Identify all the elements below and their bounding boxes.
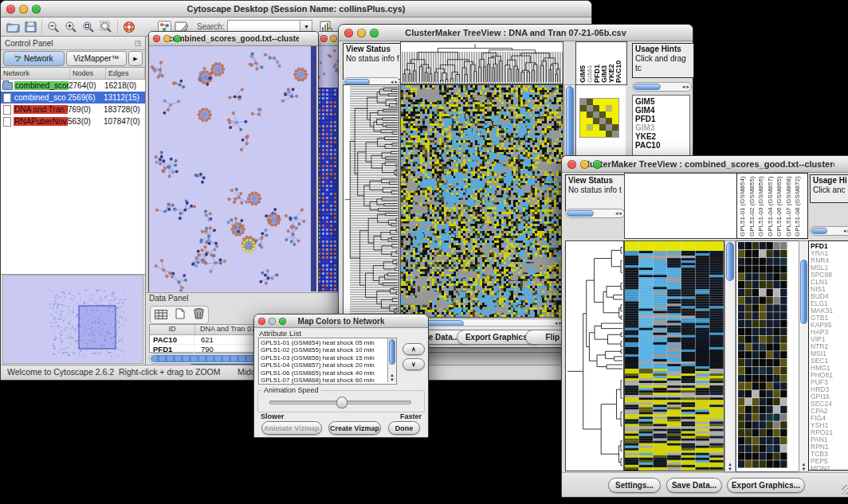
gene-label[interactable]: PHO81	[811, 372, 848, 379]
gene-label[interactable]: RPO21	[811, 429, 848, 436]
gene-label[interactable]: GIM3	[635, 123, 689, 132]
main-titlebar[interactable]: Cytoscape Desktop (Session Name: collins…	[1, 1, 591, 18]
gene-label[interactable]: HMG1	[811, 365, 848, 372]
attribute-listbox[interactable]: GPL51-01 (GSM854) heat shock 05 minGPL51…	[258, 338, 397, 385]
close-button[interactable]	[153, 35, 160, 42]
gene-label[interactable]: RPN1	[811, 443, 848, 451]
tv2-zoom-heatmap-canvas[interactable]	[738, 242, 787, 468]
attribute-list-item[interactable]: GPL51-07 (GSM868) heat shock 60 min	[261, 377, 396, 384]
network-table-row[interactable]: DNA and Tran 07769(0)183728(0)	[1, 104, 145, 115]
attribute-table-icon[interactable]	[155, 308, 167, 322]
gene-label[interactable]: PFD1	[635, 115, 689, 123]
network-canvas[interactable]	[149, 46, 316, 291]
gene-label[interactable]: KAP95	[811, 322, 848, 329]
gene-label[interactable]: MON2	[811, 465, 848, 471]
tv2-row-dendrogram-canvas[interactable]	[565, 240, 624, 471]
gene-label[interactable]: CPA2	[811, 408, 848, 415]
gene-label[interactable]: MSI1	[811, 350, 848, 357]
tv1-titlebar[interactable]: ClusterMaker TreeView : DNA and Tran 07-…	[339, 25, 693, 41]
gene-label[interactable]: MAK31	[811, 307, 848, 315]
zoom-in-icon[interactable]	[62, 19, 80, 35]
export-graphics-button[interactable]: Export Graphics...	[727, 478, 805, 493]
gene-label[interactable]: PUF3	[811, 379, 848, 386]
gene-label[interactable]: YSH1	[811, 422, 848, 429]
open-file-icon[interactable]	[4, 19, 22, 35]
minimize-button[interactable]	[357, 29, 366, 37]
tv2-usage-hints-scrollbar[interactable]: ◂ ▸	[810, 226, 848, 236]
float-panel-icon[interactable]: ◳	[134, 39, 141, 47]
gene-label[interactable]: GIM5	[635, 97, 689, 106]
gene-label[interactable]: SPC98	[811, 272, 848, 279]
save-data-button[interactable]: Save Data...	[666, 478, 722, 493]
gene-label[interactable]: GIM4	[635, 106, 689, 115]
gene-label[interactable]: TCB3	[811, 451, 848, 458]
tab-overflow-arrow[interactable]: ▶	[128, 51, 143, 66]
gene-label[interactable]: ELG1	[811, 300, 848, 307]
tv2-gene-list[interactable]: PFD1YRA1RNR4MSL1SPC98CLN1NIS1BUD4ELG1MAK…	[808, 240, 848, 471]
network-overview-canvas[interactable]	[3, 275, 143, 361]
tv1-row-dendrogram-canvas[interactable]	[343, 84, 399, 318]
help-lifering-icon[interactable]	[120, 19, 138, 35]
tv1-column-dendrogram-canvas[interactable]	[400, 41, 563, 84]
minimize-button[interactable]	[163, 35, 171, 42]
new-attribute-icon[interactable]	[175, 308, 185, 322]
move-up-button[interactable]: ∧	[402, 343, 425, 355]
attribute-list-item[interactable]: GPL51-03 (GSM856) heat shock 15 min	[261, 354, 396, 361]
gene-label[interactable]: GTB1	[811, 315, 848, 322]
delete-attribute-icon[interactable]	[194, 308, 204, 322]
settings-button[interactable]: Settings...	[608, 478, 661, 493]
attribute-list-item[interactable]: GPL51-02 (GSM855) heat shock 10 min	[261, 346, 396, 354]
gene-label[interactable]: PFD1	[811, 243, 848, 250]
attribute-list-item[interactable]: GPL51-01 (GSM854) heat shock 05 min	[261, 339, 396, 346]
gene-label[interactable]: BUD4	[811, 293, 848, 300]
gene-label[interactable]: NIS1	[811, 286, 848, 293]
done-button[interactable]: Done	[388, 421, 420, 435]
close-button[interactable]	[344, 29, 353, 37]
close-button[interactable]	[6, 5, 15, 14]
tab-network[interactable]: Network	[3, 51, 65, 66]
gene-label[interactable]: YRA1	[811, 250, 848, 257]
minimize-button[interactable]	[19, 5, 28, 14]
zoom-button[interactable]	[370, 29, 379, 37]
gene-label[interactable]: SEC24	[811, 400, 848, 408]
zoom-button[interactable]	[174, 35, 181, 42]
tab-vizmapper[interactable]: VizMapper™	[66, 51, 128, 66]
tv2-titlebar[interactable]: ClusterMaker TreeView : combined_scores_…	[562, 156, 848, 173]
gene-label[interactable]: CLN1	[811, 279, 848, 286]
network-table-row[interactable]: combined_sco2569(6)13112(15)	[1, 92, 145, 104]
gene-label[interactable]: VIP1	[811, 336, 848, 343]
gene-label[interactable]: SEC1	[811, 357, 848, 365]
zoom-button[interactable]	[593, 160, 602, 169]
resize-grip[interactable]	[842, 485, 848, 494]
minimize-button[interactable]	[330, 35, 337, 42]
gene-label[interactable]: PEP5	[811, 458, 848, 465]
gene-label[interactable]: PAC10	[635, 141, 689, 150]
tv2-view-status-scrollbar[interactable]: ◂ ▸	[565, 209, 625, 218]
gene-label[interactable]: RNR4	[811, 257, 848, 264]
gene-label[interactable]: PAN1	[811, 436, 848, 443]
gene-label[interactable]: HRD3	[811, 386, 848, 393]
minimize-button[interactable]	[580, 160, 589, 169]
zoom-button[interactable]	[279, 318, 286, 325]
zoom-button[interactable]	[32, 5, 41, 14]
network-table-row[interactable]: RNAPuberNov2+|563(0)107847(0)	[1, 115, 145, 127]
gene-label[interactable]: YKE2	[635, 132, 689, 141]
slider-thumb[interactable]	[336, 397, 347, 408]
save-icon[interactable]	[22, 19, 39, 35]
gene-label[interactable]: HAP3	[811, 329, 848, 336]
close-button[interactable]	[258, 318, 265, 325]
tv2-heatmap-vscrollbar[interactable]: ▲▼	[724, 240, 736, 472]
zoom-fit-icon[interactable]	[97, 19, 115, 35]
zoom-out-icon[interactable]	[45, 19, 62, 35]
zoom-selected-icon[interactable]	[80, 19, 97, 35]
close-button[interactable]	[320, 35, 328, 42]
attribute-list-item[interactable]: GPL51-06 (GSM865) heat shock 40 min	[261, 369, 396, 377]
tv1-correlation-matrix[interactable]	[579, 98, 619, 138]
gene-label[interactable]: FIG4	[811, 415, 848, 422]
attribute-list-item[interactable]: GPL51-04 (GSM857) heat shock 20 min	[261, 361, 396, 369]
create-vizmap-button[interactable]: Create Vizmap	[328, 421, 381, 435]
network-table-row[interactable]: combined_scores2764(0)16218(0)	[1, 80, 145, 92]
attribute-list-scrollbar[interactable]: ▲▼	[387, 338, 396, 382]
dialog-titlebar[interactable]: Map Colors to Network	[254, 315, 428, 328]
gene-label[interactable]: GPI16	[811, 393, 848, 400]
